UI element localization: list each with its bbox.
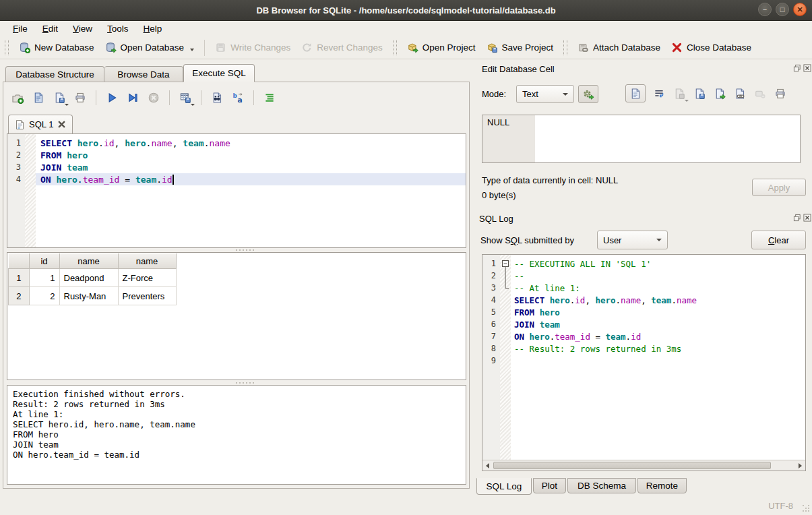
chevron-down-icon[interactable] — [191, 104, 195, 106]
menu-help[interactable]: Help — [137, 22, 168, 35]
execution-message: Execution finished without errors. Resul… — [7, 385, 466, 485]
chevron-down-icon[interactable] — [190, 49, 194, 51]
cell-1-0[interactable]: 2 — [29, 287, 59, 305]
log-line-7: 7ON hero.team_id = team.id — [482, 330, 805, 342]
menu-edit[interactable]: Edit — [36, 22, 64, 35]
cell-0-2[interactable]: Z-Force — [118, 269, 176, 287]
code-text: SELECT hero.id, hero.name, team.name — [36, 137, 466, 149]
link-icon[interactable] — [733, 87, 747, 100]
scrollbar-thumb[interactable] — [493, 462, 771, 469]
dock-tab-sql-log[interactable]: SQL Log — [476, 478, 532, 495]
main-tab-bar: Database StructureBrowse DataExecute SQL — [5, 64, 255, 82]
minimize-button[interactable]: − — [758, 3, 772, 16]
column-header-name-1[interactable]: name — [59, 253, 118, 269]
attach-database-button[interactable]: Attach Database — [572, 39, 666, 56]
cell-0-1[interactable]: Deadpond — [59, 269, 118, 287]
close-dock-icon[interactable] — [803, 214, 811, 222]
close-database-button[interactable]: Close Database — [666, 39, 757, 56]
play-icon[interactable] — [105, 91, 119, 104]
find-icon[interactable] — [210, 91, 224, 104]
gear-icon — [582, 88, 594, 100]
dock-tab-db-schema[interactable]: DB Schema — [567, 478, 636, 493]
auto-switch-mode-button[interactable] — [578, 85, 598, 103]
tab-browse-data[interactable]: Browse Data — [104, 66, 183, 82]
null-icon[interactable] — [753, 87, 767, 100]
menu-file[interactable]: File — [7, 22, 34, 35]
save-gray-icon[interactable] — [673, 87, 686, 100]
float-dock-icon[interactable] — [793, 214, 801, 222]
new-database-button[interactable]: New Database — [13, 39, 100, 56]
cell-value-editor[interactable]: NULL — [482, 115, 801, 163]
new-database-label: New Database — [34, 42, 94, 53]
open-project-button[interactable]: Open Project — [402, 39, 481, 56]
fold-marker[interactable] — [500, 258, 511, 270]
tab-database-structure[interactable]: Database Structure — [5, 66, 104, 82]
cell-1-1[interactable]: Rusty-Man — [59, 287, 118, 305]
save-project-button[interactable]: Save Project — [481, 39, 559, 56]
maximize-button[interactable]: □ — [776, 3, 789, 16]
float-dock-icon[interactable] — [793, 64, 801, 72]
toolbar-separator — [253, 90, 254, 105]
mode-select[interactable]: Text — [516, 85, 574, 103]
log-horizontal-scrollbar[interactable] — [482, 460, 805, 471]
play-line-icon[interactable] — [126, 91, 139, 104]
close-dock-icon[interactable] — [803, 64, 811, 72]
fold-marker[interactable] — [500, 282, 511, 294]
chevron-down-icon[interactable] — [65, 104, 69, 106]
chevron-down-icon[interactable] — [685, 100, 689, 102]
code-text: JOIN team — [36, 161, 466, 173]
close-button[interactable]: ✕ — [793, 3, 807, 16]
close-sql-tab-icon[interactable] — [57, 120, 66, 129]
dock-tab-remote[interactable]: Remote — [637, 478, 687, 493]
replace-icon[interactable]: ba — [231, 91, 245, 104]
open-database-button[interactable]: Open Database — [100, 39, 200, 56]
print-icon[interactable] — [73, 91, 87, 104]
sql-log-view[interactable]: 1-- EXECUTING ALL IN 'SQL 1'2--3-- At li… — [482, 254, 806, 471]
revert-changes-button[interactable]: Revert Changes — [296, 39, 388, 56]
column-header-id-0[interactable]: id — [29, 253, 59, 269]
sql-editor[interactable]: 1SELECT hero.id, hero.name, team.name2FR… — [7, 133, 466, 248]
format-icon[interactable] — [263, 91, 276, 104]
cell-0-0[interactable]: 1 — [29, 269, 59, 287]
export-table-icon[interactable] — [179, 91, 192, 104]
cell-1-2[interactable]: Preventers — [118, 287, 176, 305]
code-text: SELECT hero.id, hero.name, team.name — [511, 294, 805, 306]
stop-icon[interactable] — [147, 91, 160, 104]
toolbar-separator — [169, 90, 170, 105]
scroll-left-icon[interactable] — [482, 461, 493, 471]
export-icon[interactable] — [713, 87, 726, 100]
attach-database-icon — [577, 42, 589, 53]
open-project-icon — [407, 42, 418, 53]
fold-marker[interactable] — [500, 270, 511, 282]
line-number: 2 — [7, 149, 25, 161]
cell-text-area[interactable] — [535, 115, 800, 162]
apply-button[interactable]: Apply — [752, 179, 806, 196]
scroll-right-icon[interactable] — [795, 461, 805, 471]
mode-label: Mode: — [482, 89, 506, 99]
tab-execute-sql[interactable]: Execute SQL — [183, 64, 255, 82]
resize-grip[interactable] — [803, 505, 809, 512]
open-file-icon[interactable] — [32, 91, 45, 104]
save-file-icon[interactable] — [53, 91, 66, 104]
new-tab-icon[interactable] — [11, 91, 24, 104]
svg-text:b: b — [233, 92, 238, 99]
write-changes-button[interactable]: Write Changes — [210, 39, 296, 56]
row-header[interactable]: 2 — [9, 287, 30, 305]
dock-tab-plot[interactable]: Plot — [533, 478, 566, 493]
log-line-8: 8-- Result: 2 rows returned in 3ms — [482, 342, 805, 355]
clear-button[interactable]: Clear — [751, 231, 806, 249]
log-filter-select[interactable]: User — [597, 231, 668, 249]
import-icon[interactable] — [693, 87, 706, 100]
wrap-icon[interactable] — [652, 87, 666, 100]
menu-view[interactable]: View — [67, 22, 98, 35]
fold-marker — [500, 318, 511, 330]
sql-document-tab-label: SQL 1 — [29, 119, 53, 129]
fold-marker — [25, 161, 36, 173]
table-row: 22Rusty-ManPreventers — [9, 287, 177, 305]
row-header[interactable]: 1 — [9, 269, 30, 287]
column-header-name-2[interactable]: name — [118, 253, 176, 269]
doc-icon-button[interactable] — [625, 84, 646, 102]
print2-icon[interactable] — [774, 87, 787, 100]
menu-tools[interactable]: Tools — [101, 22, 135, 35]
sql-document-tab[interactable]: SQL 1 — [8, 115, 73, 133]
